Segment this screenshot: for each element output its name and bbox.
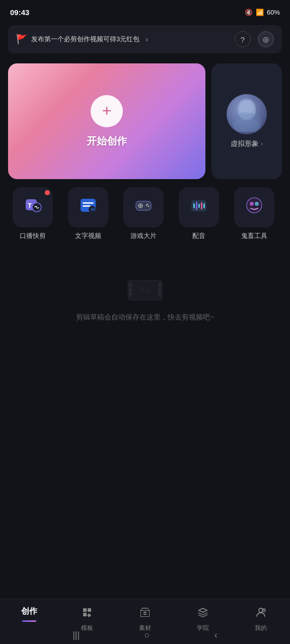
spacer xyxy=(0,342,290,392)
tool-wenzi[interactable]: AI 文字视频 xyxy=(60,187,116,240)
promo-flag-icon: 🚩 xyxy=(16,34,27,45)
tool-peyin-icon-wrap xyxy=(179,187,219,227)
virtual-label-text: 虚拟形象 xyxy=(231,139,259,148)
tool-wenzi-label: 文字视频 xyxy=(75,231,101,240)
empty-text: 剪辑草稿会自动保存在这里，快去剪视频吧~ xyxy=(76,313,214,322)
svg-point-16 xyxy=(148,206,150,207)
avatar-button[interactable]: ◎ xyxy=(258,31,274,47)
svg-point-1 xyxy=(234,118,260,132)
nav-item-chuangzuo[interactable]: 创作 xyxy=(0,604,58,622)
svg-text:AI: AI xyxy=(91,207,95,212)
main-cards: + 开始创作 虚拟形象 › xyxy=(0,56,290,184)
svg-rect-34 xyxy=(159,288,161,291)
svg-point-17 xyxy=(147,204,149,205)
tool-guizhan-label: 鬼畜工具 xyxy=(241,231,267,240)
status-time: 09:43 xyxy=(10,8,29,17)
tool-youxi-icon xyxy=(133,195,154,219)
gesture-back-icon: ‹ xyxy=(214,630,218,640)
promo-actions: ? ◎ xyxy=(235,31,274,47)
svg-rect-33 xyxy=(159,284,161,287)
svg-rect-22 xyxy=(201,202,202,209)
mute-icon: 🔇 xyxy=(245,9,253,16)
tool-guizhan-icon-wrap xyxy=(234,187,274,227)
tool-koubo-icon: T xyxy=(23,195,43,219)
gesture-menu-icon: ||| xyxy=(72,630,80,640)
tool-wenzi-icon-wrap: AI xyxy=(68,187,108,227)
plus-icon: + xyxy=(102,102,112,120)
nav-label-chuangzuo: 创作 xyxy=(21,606,37,617)
empty-state: Ea 剪辑草稿会自动保存在这里，快去剪视频吧~ xyxy=(0,245,290,342)
virtual-avatar-image xyxy=(227,94,267,134)
svg-rect-32 xyxy=(129,293,132,296)
signal-icon: 📶 xyxy=(256,9,264,16)
gesture-bar: ||| ○ ‹ xyxy=(0,628,290,642)
avatar-svg xyxy=(232,97,262,132)
svg-text:T: T xyxy=(28,202,32,209)
help-button[interactable]: ? xyxy=(235,31,251,47)
svg-rect-30 xyxy=(129,284,132,287)
svg-rect-19 xyxy=(193,203,195,208)
nav-active-indicator xyxy=(22,620,36,622)
tool-koubo-label: 口播快剪 xyxy=(20,231,46,240)
tool-youxi[interactable]: 游戏大片 xyxy=(116,187,171,240)
svg-text:Ea: Ea xyxy=(140,285,150,295)
promo-text: 发布第一个必剪创作视频可得3元红包 xyxy=(31,35,139,44)
tool-youxi-label: 游戏大片 xyxy=(130,231,157,240)
svg-rect-7 xyxy=(83,202,94,204)
status-icons: 🔇 📶 60% xyxy=(245,9,280,16)
avatar-icon: ◎ xyxy=(263,35,269,43)
virtual-avatar-card[interactable]: 虚拟形象 › xyxy=(211,63,282,179)
create-plus-button[interactable]: + xyxy=(91,95,123,127)
create-card[interactable]: + 开始创作 xyxy=(8,63,205,179)
tool-peyin-icon xyxy=(189,195,209,219)
svg-point-25 xyxy=(250,202,254,206)
tool-peyin[interactable]: 配音 xyxy=(171,187,227,240)
svg-rect-21 xyxy=(198,204,200,208)
tool-peyin-label: 配音 xyxy=(192,231,205,240)
tool-youxi-icon-wrap xyxy=(123,187,164,227)
tool-koubo[interactable]: T 口播快剪 xyxy=(5,187,60,240)
create-label: 开始创作 xyxy=(87,134,127,148)
status-bar: 09:43 🔇 📶 60% xyxy=(0,0,290,22)
nav-icon-moban xyxy=(81,606,93,621)
virtual-arrow-icon: › xyxy=(261,140,263,147)
svg-rect-31 xyxy=(129,288,132,291)
tools-row: T 口播快剪 AI 文字视频 xyxy=(0,184,290,245)
empty-film-icon: Ea xyxy=(125,275,165,305)
gesture-home-icon: ○ xyxy=(144,630,150,640)
promo-arrow-icon: › xyxy=(146,35,148,43)
svg-rect-23 xyxy=(203,203,205,208)
tool-guizhan[interactable]: 鬼畜工具 xyxy=(227,187,282,240)
promo-left: 🚩 发布第一个必剪创作视频可得3元红包 › xyxy=(16,34,235,45)
svg-rect-8 xyxy=(83,205,91,207)
tool-koubo-icon-wrap: T xyxy=(13,187,53,227)
svg-rect-35 xyxy=(159,293,161,296)
virtual-label: 虚拟形象 › xyxy=(231,139,263,148)
svg-point-24 xyxy=(247,198,262,213)
tool-wenzi-icon: AI xyxy=(78,195,98,219)
svg-point-2 xyxy=(240,101,254,115)
nav-icon-sucai xyxy=(139,606,151,621)
nav-icon-wode xyxy=(255,606,267,621)
tool-koubo-badge xyxy=(45,190,50,195)
svg-rect-20 xyxy=(196,202,197,210)
question-icon: ? xyxy=(241,35,245,44)
nav-icon-xueyuan xyxy=(197,606,209,621)
svg-point-26 xyxy=(255,202,259,206)
tool-guizhan-icon xyxy=(244,195,264,219)
battery-label: 60% xyxy=(267,9,280,16)
promo-banner[interactable]: 🚩 发布第一个必剪创作视频可得3元红包 › ? ◎ xyxy=(8,25,282,53)
